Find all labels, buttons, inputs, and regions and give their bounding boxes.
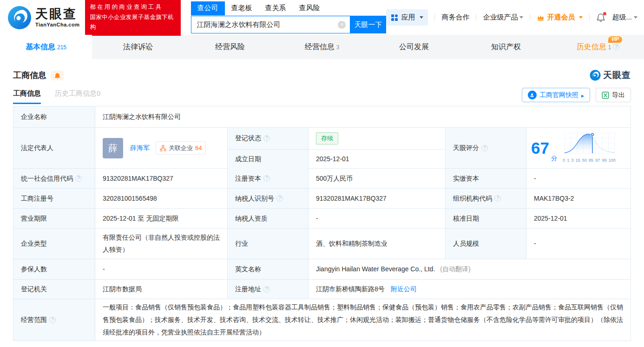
tab-label: 基本信息 (26, 42, 55, 52)
chart-x-ticks: 0131550859799100 (562, 157, 617, 164)
help-icon[interactable] (613, 44, 619, 50)
address-cell: 江阴市新桥镇陶新路8号 附近公司 (309, 280, 631, 299)
subtab-history-business-info[interactable]: 历史工商信息0 (55, 89, 100, 104)
score-label: 天眼评分 (446, 128, 526, 168)
score-cell: 67 分 (526, 128, 631, 168)
chevron-down-icon (519, 16, 523, 19)
business-info-table: 企业名称 江阴海澜之水饮料有限公司 法定代表人 薛 薛海军 关联企业 64 (13, 106, 631, 341)
clear-search-icon[interactable] (338, 21, 346, 29)
vip-label: 开通会员 (547, 13, 575, 22)
company-name-value: 江阴海澜之水饮料有限公司 (95, 106, 631, 127)
help-icon[interactable] (263, 135, 270, 142)
tab-company-development[interactable]: 公司发展 (368, 35, 460, 59)
tab-operation-risk[interactable]: 经营风险 (184, 35, 276, 59)
enterprise-label: 企业级产品 (483, 13, 518, 22)
taxpayer-id-value: 91320281MAK17BQ327 (309, 189, 446, 208)
legal-rep-name-link[interactable]: 薛海军 (130, 143, 150, 153)
tab-label: 法律诉讼 (123, 42, 153, 52)
related-count: 64 (195, 144, 202, 153)
section-title: 工商信息 (13, 70, 46, 81)
business-scope-value: 一般项目：食品销售（仅销售预包装食品）；食品用塑料包装容器工具制品销售；塑料制品… (95, 299, 631, 340)
help-icon[interactable] (75, 175, 82, 182)
open-vip-menu[interactable]: 开通会员 (537, 13, 583, 22)
credit-code-value: 91320281MAK17BQ327 (95, 169, 228, 188)
official-snapshot-button[interactable]: 工商官网快照 (522, 88, 590, 102)
divider (476, 14, 476, 21)
tab-operation-info[interactable]: 经营信息 3 (276, 35, 368, 59)
reg-status-cell: 存续 (309, 128, 446, 149)
tab-count: 215 (57, 44, 66, 51)
apps-menu[interactable]: 应用 (386, 9, 428, 26)
super-vip-menu[interactable]: 超级... (612, 13, 637, 22)
snapshot-label: 工商官网快照 (539, 91, 578, 99)
legal-rep-label: 法定代表人 (13, 128, 95, 168)
company-type-label: 企业类型 (13, 229, 95, 259)
search-button[interactable]: 天眼一下 (350, 16, 386, 33)
org-code-value: MAK17BQ3-2 (526, 189, 631, 208)
industry-value: 酒、饮料和精制茶制造业 (309, 229, 446, 259)
legal-rep-cell: 薛 薛海军 关联企业 64 (95, 128, 228, 168)
chevron-down-icon (420, 16, 423, 19)
help-icon[interactable] (494, 195, 501, 202)
taxpayer-quality-label: 纳税人资质 (228, 209, 309, 228)
export-button[interactable]: 导出 (596, 88, 631, 102)
arrow-right-icon (581, 92, 584, 99)
help-icon[interactable] (263, 175, 270, 182)
nearby-companies-link[interactable]: 附近公司 (391, 284, 417, 294)
legal-rep-avatar[interactable]: 薛 (103, 138, 123, 158)
vip-badge: VIP (608, 36, 622, 43)
enterprise-products-menu[interactable]: 企业级产品 (483, 13, 523, 22)
address-label: 注册地址 (228, 280, 309, 299)
search-module: 查公司 查老板 查关系 查风险 天眼一下 (191, 1, 387, 33)
tab-label: 经营信息 (305, 42, 335, 52)
search-tabs: 查公司 查老板 查关系 查风险 (191, 1, 387, 16)
help-icon[interactable] (49, 317, 56, 323)
staff-size-label: 人员规模 (446, 229, 526, 259)
establish-date-value: 2025-12-01 (309, 150, 446, 169)
help-icon[interactable] (263, 286, 270, 293)
super-vip-label: 超级... (612, 13, 632, 22)
reg-number-label: 工商注册号 (13, 189, 95, 208)
tab-basic-info[interactable]: 基本信息 215 (0, 35, 92, 59)
org-code-label: 组织机构代码 (446, 189, 526, 208)
notifications-bell[interactable] (596, 13, 605, 22)
credit-code-label: 统一社会信用代码 (13, 169, 95, 188)
tab-label: 公司发展 (399, 42, 429, 52)
auto-translate-note: (自动翻译) (440, 264, 470, 274)
insured-label: 参保人数 (13, 259, 95, 279)
reg-capital-label: 注册资本 (228, 169, 309, 188)
tab-intellectual-property[interactable]: 知识产权 (460, 35, 552, 59)
search-input[interactable] (191, 16, 350, 33)
search-tab-risk[interactable]: 查风险 (293, 1, 327, 15)
tab-history-info[interactable]: VIP 历史信息 1 (552, 35, 644, 59)
tab-label: 知识产权 (491, 42, 521, 52)
search-tab-boss[interactable]: 查老板 (225, 1, 259, 15)
search-tab-company[interactable]: 查公司 (191, 1, 225, 15)
promo-line1: 都在用的商业查询工具 (90, 2, 176, 13)
tab-count: 1 (608, 44, 611, 51)
reg-capital-value: 500万人民币 (309, 169, 446, 188)
tab-legal-proceedings[interactable]: 法律诉讼 (92, 35, 184, 59)
logo-title: 天眼查 (35, 8, 79, 20)
company-nav-tabs: 基本信息 215 法律诉讼 经营风险 经营信息 3 公司发展 知识产权 VIP … (0, 35, 644, 59)
watermark-logo: 天眼查 (590, 69, 631, 81)
taxpayer-quality-value: - (309, 209, 446, 228)
tianyancha-logo[interactable]: 天眼查 TianYanCha.com (7, 6, 79, 30)
staff-size-value: - (526, 229, 631, 259)
help-icon[interactable] (276, 195, 283, 202)
business-coop-link[interactable]: 商务合作 (441, 13, 469, 22)
promo-banner: 都在用的商业查询工具 国家中小企业发展子基金旗下机构 (85, 0, 180, 36)
subtab-business-info[interactable]: 工商信息 (13, 89, 41, 104)
industry-label: 行业 (228, 229, 309, 259)
reg-authority-label: 登记机关 (13, 280, 95, 299)
search-tab-relation[interactable]: 查关系 (259, 1, 293, 15)
company-name-label: 企业名称 (13, 106, 95, 127)
org-chart-icon (160, 145, 166, 151)
related-companies-badge[interactable]: 关联企业 64 (156, 141, 206, 155)
divider (530, 14, 530, 21)
help-icon[interactable] (481, 145, 488, 151)
divider (589, 14, 590, 21)
score-unit: 分 (551, 154, 557, 163)
insured-value: - (95, 259, 228, 279)
subscribe-bell-chip[interactable] (51, 71, 64, 80)
